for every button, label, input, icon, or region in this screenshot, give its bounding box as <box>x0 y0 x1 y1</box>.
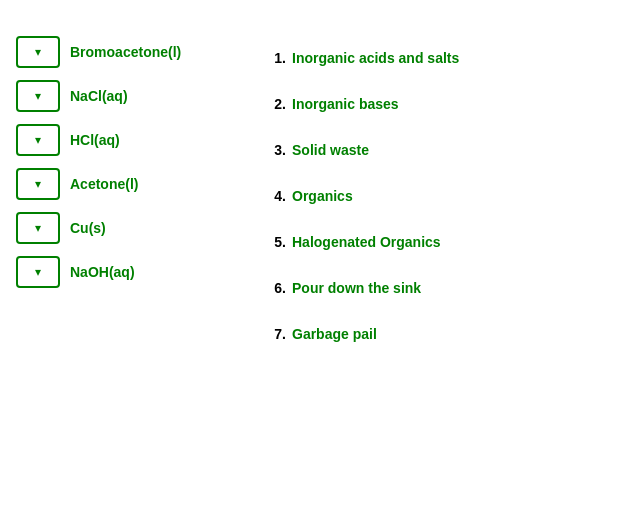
chevron-down-icon: ▾ <box>35 89 41 103</box>
chevron-down-icon: ▾ <box>35 133 41 147</box>
dropdown-acetone[interactable]: ▾ <box>16 168 60 200</box>
right-item-3: 3.Solid waste <box>266 132 459 168</box>
item-label-acetone: Acetone(l) <box>70 176 138 192</box>
right-number-5: 5. <box>266 234 286 250</box>
right-number-6: 6. <box>266 280 286 296</box>
left-item-cu: ▾Cu(s) <box>16 212 236 244</box>
right-item-5: 5.Halogenated Organics <box>266 224 459 260</box>
chevron-down-icon: ▾ <box>35 177 41 191</box>
left-column: ▾Bromoacetone(l)▾NaCl(aq)▾HCl(aq)▾Aceton… <box>16 36 236 288</box>
right-number-2: 2. <box>266 96 286 112</box>
left-item-bromoacetone: ▾Bromoacetone(l) <box>16 36 236 68</box>
left-item-acetone: ▾Acetone(l) <box>16 168 236 200</box>
dropdown-cu[interactable]: ▾ <box>16 212 60 244</box>
right-item-6: 6.Pour down the sink <box>266 270 459 306</box>
chevron-down-icon: ▾ <box>35 221 41 235</box>
dropdown-naoh[interactable]: ▾ <box>16 256 60 288</box>
item-label-nacl: NaCl(aq) <box>70 88 128 104</box>
chevron-down-icon: ▾ <box>35 265 41 279</box>
right-label-6: Pour down the sink <box>292 280 421 296</box>
right-label-1: Inorganic acids and salts <box>292 50 459 66</box>
item-label-hcl: HCl(aq) <box>70 132 120 148</box>
right-column: 1.Inorganic acids and salts2.Inorganic b… <box>266 36 459 352</box>
right-label-4: Organics <box>292 188 353 204</box>
right-item-4: 4.Organics <box>266 178 459 214</box>
left-item-naoh: ▾NaOH(aq) <box>16 256 236 288</box>
chevron-down-icon: ▾ <box>35 45 41 59</box>
right-number-4: 4. <box>266 188 286 204</box>
right-label-2: Inorganic bases <box>292 96 399 112</box>
item-label-bromoacetone: Bromoacetone(l) <box>70 44 181 60</box>
right-label-5: Halogenated Organics <box>292 234 441 250</box>
right-number-1: 1. <box>266 50 286 66</box>
right-item-1: 1.Inorganic acids and salts <box>266 40 459 76</box>
right-number-7: 7. <box>266 326 286 342</box>
dropdown-bromoacetone[interactable]: ▾ <box>16 36 60 68</box>
left-item-hcl: ▾HCl(aq) <box>16 124 236 156</box>
item-label-cu: Cu(s) <box>70 220 106 236</box>
right-item-2: 2.Inorganic bases <box>266 86 459 122</box>
item-label-naoh: NaOH(aq) <box>70 264 135 280</box>
right-label-7: Garbage pail <box>292 326 377 342</box>
right-label-3: Solid waste <box>292 142 369 158</box>
right-number-3: 3. <box>266 142 286 158</box>
left-item-nacl: ▾NaCl(aq) <box>16 80 236 112</box>
dropdown-nacl[interactable]: ▾ <box>16 80 60 112</box>
dropdown-hcl[interactable]: ▾ <box>16 124 60 156</box>
right-item-7: 7.Garbage pail <box>266 316 459 352</box>
matching-container: ▾Bromoacetone(l)▾NaCl(aq)▾HCl(aq)▾Aceton… <box>16 36 615 352</box>
